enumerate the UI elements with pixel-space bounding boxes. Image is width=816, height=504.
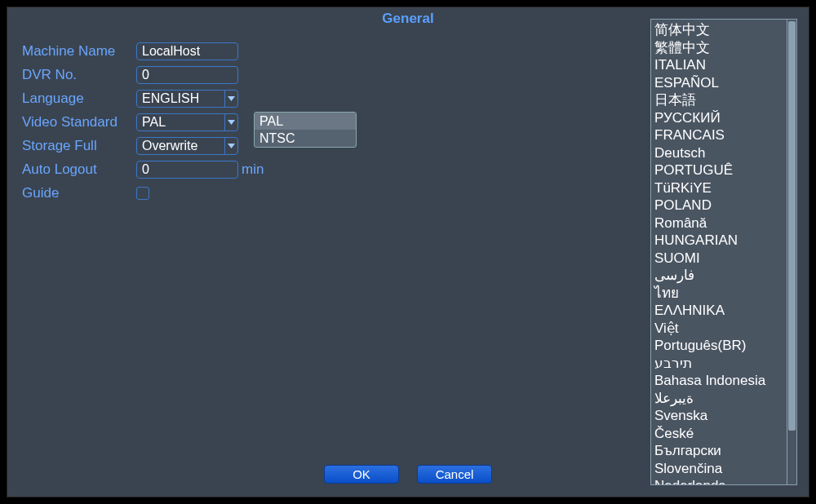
chevron-down-icon	[224, 114, 237, 130]
language-label: Language	[22, 91, 136, 107]
language-option[interactable]: Svenska	[654, 407, 787, 425]
language-option[interactable]: POLAND	[654, 197, 787, 214]
language-option[interactable]: ITALIAN	[654, 56, 787, 74]
ok-button[interactable]: OK	[324, 465, 399, 484]
video-standard-select[interactable]: PAL	[136, 113, 238, 131]
video-standard-label: Video Standard	[22, 114, 136, 130]
language-select[interactable]: ENGLISH	[136, 90, 238, 108]
language-option[interactable]: HUNGARIAN	[654, 232, 787, 250]
language-option[interactable]: 简体中文	[654, 21, 787, 39]
language-option[interactable]: PORTUGUÊ	[654, 161, 787, 179]
settings-form: Machine Name LocalHost DVR No. 0 Languag…	[22, 40, 264, 206]
storage-full-label: Storage Full	[22, 138, 136, 154]
dialog-buttons: OK Cancel	[7, 465, 809, 484]
language-option[interactable]: 繁體中文	[654, 39, 787, 57]
language-option[interactable]: ΕΛΛΗΝΙΚΑ	[654, 302, 787, 320]
language-option[interactable]: Việt	[654, 320, 787, 338]
video-standard-select-value: PAL	[142, 114, 166, 130]
language-option[interactable]: České	[654, 425, 787, 443]
chevron-down-icon	[224, 91, 237, 107]
chevron-down-icon	[224, 138, 237, 154]
language-option[interactable]: Română	[654, 214, 787, 232]
video-standard-option-pal[interactable]: PAL	[255, 113, 356, 130]
auto-logout-unit: min	[242, 161, 264, 178]
language-option[interactable]: SUOMI	[654, 250, 787, 267]
guide-label: Guide	[22, 185, 136, 201]
language-option[interactable]: Deutsch	[654, 144, 787, 162]
dvr-no-label: DVR No.	[22, 67, 136, 83]
machine-name-label: Machine Name	[22, 43, 136, 60]
machine-name-input[interactable]: LocalHost	[136, 42, 238, 60]
language-list-viewport[interactable]: 简体中文繁體中文ITALIANESPAÑOL日本語РУССКИЙFRANCAIS…	[651, 20, 787, 484]
language-option[interactable]: فارسی	[654, 267, 787, 285]
language-option[interactable]: Português(BR)	[654, 337, 787, 355]
storage-full-select[interactable]: Overwrite	[136, 137, 238, 155]
language-option[interactable]: ESPAÑOL	[654, 74, 787, 92]
auto-logout-label: Auto Logout	[22, 161, 136, 178]
language-option[interactable]: 日本語	[654, 91, 787, 109]
video-standard-dropdown: PAL NTSC	[254, 112, 357, 148]
language-option[interactable]: ไทย	[654, 285, 787, 303]
language-select-value: ENGLISH	[142, 91, 199, 107]
language-option[interactable]: FRANCAIS	[654, 126, 787, 144]
language-option[interactable]: РУССКИЙ	[654, 109, 787, 127]
language-list: 简体中文繁體中文ITALIANESPAÑOL日本語РУССКИЙFRANCAIS…	[650, 19, 797, 485]
cancel-button[interactable]: Cancel	[417, 465, 492, 484]
video-standard-option-ntsc[interactable]: NTSC	[255, 130, 356, 147]
language-option[interactable]: TüRKiYE	[654, 179, 787, 197]
language-option[interactable]: תירבע	[654, 355, 787, 373]
storage-full-select-value: Overwrite	[142, 138, 197, 154]
auto-logout-input[interactable]: 0	[136, 161, 238, 179]
dvr-no-input[interactable]: 0	[136, 66, 238, 84]
language-option[interactable]: ةيبرعلا	[654, 390, 787, 408]
language-option[interactable]: Български	[654, 442, 787, 460]
scroll-thumb[interactable]	[788, 21, 796, 431]
guide-checkbox[interactable]	[136, 187, 149, 200]
language-option[interactable]: Bahasa Indonesia	[654, 372, 787, 390]
language-list-scrollbar[interactable]	[787, 20, 796, 484]
general-settings-window: General Machine Name LocalHost DVR No. 0…	[7, 7, 809, 497]
